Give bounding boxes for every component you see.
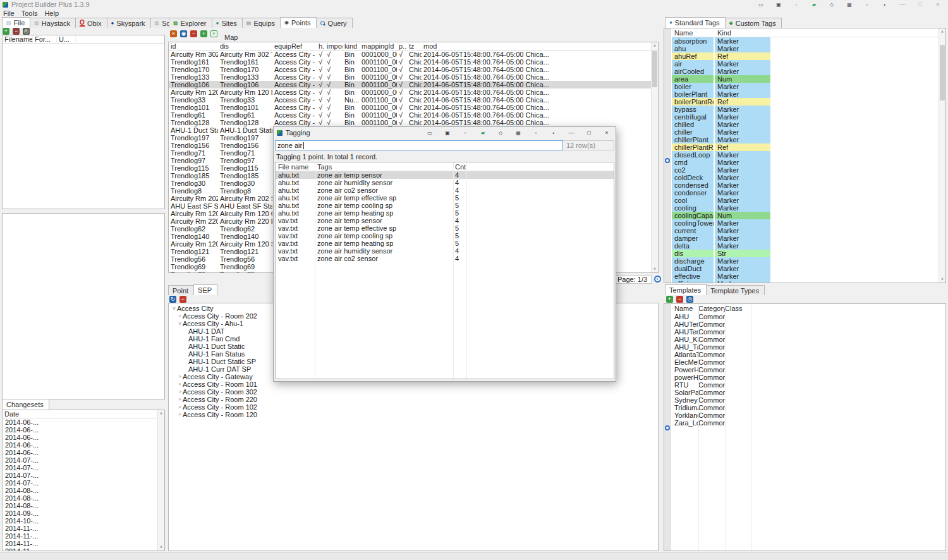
tag-row[interactable]: coldDeckMarker — [672, 174, 945, 181]
changeset-row[interactable]: 2014-06-... — [3, 434, 164, 441]
column-header[interactable]: tz — [407, 42, 422, 50]
window-mini-icon[interactable]: ▪ — [876, 1, 894, 9]
scroll-thumb[interactable] — [652, 51, 657, 87]
template-row[interactable]: YorklandT...Common — [672, 411, 945, 419]
tag-row[interactable]: chilledMarker — [672, 121, 945, 128]
image-capture-icon[interactable]: ▰ — [474, 129, 492, 137]
tab-templates[interactable]: Templates — [665, 284, 707, 295]
tab-explorer[interactable]: ▩Explorer — [169, 18, 212, 28]
chevron-down-icon[interactable]: v — [171, 305, 177, 312]
column-header[interactable]: impor... — [325, 42, 343, 50]
menu-help[interactable]: Help — [44, 9, 59, 17]
tab-sites[interactable]: ●Sites — [212, 18, 243, 28]
template-row[interactable]: AHU_Kin...Common — [672, 336, 945, 343]
table-row[interactable]: Trendlog170Trendlog170Access City - Gate… — [169, 66, 658, 73]
column-header[interactable]: h. — [317, 42, 325, 50]
settings-button[interactable]: ◎ — [23, 28, 30, 35]
dialog-title-bar[interactable]: Tagging ▭▣◦▰◇▦▫▪ — □ × — [274, 127, 616, 138]
scroll-up-icon[interactable]: ∧ — [652, 42, 658, 49]
scroll-thumb[interactable] — [940, 45, 945, 100]
table-row[interactable]: Trendlog133Trendlog133Access City - Gate… — [169, 73, 658, 81]
menu-tools[interactable]: Tools — [21, 9, 38, 17]
column-header[interactable]: Tags — [315, 162, 453, 171]
template-row[interactable]: SydneyTe...Common — [672, 396, 945, 404]
tag-result-row[interactable]: ahu.txtzone air temp cooling sp5 — [276, 202, 614, 209]
tag-row[interactable]: chillerPlantMarker — [672, 136, 945, 143]
tag-row[interactable]: condensedMarker — [672, 181, 945, 189]
duplicate-button[interactable]: + — [210, 30, 217, 37]
refresh-button[interactable]: ↻ — [169, 296, 176, 303]
tab-changesets[interactable]: Changesets — [2, 399, 49, 410]
remove-button[interactable]: − — [179, 296, 186, 303]
close-button[interactable]: × — [929, 1, 947, 9]
tag-row[interactable]: absorptionMarker — [672, 37, 945, 45]
scroll-up-icon[interactable]: ∧ — [158, 410, 164, 417]
changeset-row[interactable]: 2014-11-... — [3, 540, 164, 547]
tree-item[interactable]: >Access City - Room 120 — [169, 411, 658, 418]
remove-button[interactable]: − — [13, 28, 20, 35]
column-header[interactable]: Name — [672, 304, 698, 313]
grid-icon[interactable]: ▦ — [841, 1, 858, 9]
tag-result-row[interactable]: ahu.txtzone air temp effective sp5 — [276, 194, 614, 202]
window-tool-icon[interactable]: ▭ — [752, 1, 770, 9]
column-header[interactable]: Date — [3, 410, 154, 418]
column-header[interactable]: Kind — [715, 28, 770, 37]
changeset-row[interactable]: 2014-07-... — [3, 479, 164, 487]
tag-row[interactable]: chillerPlantRefRef — [672, 143, 945, 151]
table-row[interactable]: Trendlog33Trendlog33Access City - Gatewa… — [169, 96, 658, 104]
changeset-row[interactable]: 2014-11-... — [3, 547, 164, 551]
tag-row[interactable]: damperMarker — [672, 234, 945, 242]
tag-result-row[interactable]: vav.txtzone air temp heating sp5 — [276, 240, 614, 247]
changeset-row[interactable]: 2014-06-... — [3, 426, 164, 434]
minimize-button[interactable]: — — [894, 1, 911, 9]
tag-row[interactable]: ahuMarker — [672, 45, 945, 52]
tag-row[interactable]: disStr — [672, 250, 945, 257]
add-button[interactable]: + — [3, 28, 9, 35]
tag-row[interactable]: coolingMarker — [672, 204, 945, 212]
chevron-right-icon[interactable]: > — [177, 373, 183, 380]
template-row[interactable]: AHU_Tridi...Common — [672, 343, 945, 351]
column-header[interactable]: U... — [57, 35, 76, 44]
tag-row[interactable]: dischargeMarker — [672, 257, 945, 265]
tab-sep[interactable]: SEP — [193, 284, 217, 295]
column-header[interactable]: dis — [218, 42, 272, 50]
dialog-minimize-button[interactable]: — — [562, 129, 580, 137]
tag-row[interactable]: areaNum — [672, 75, 945, 83]
table-row[interactable]: Trendlog101Trendlog101Access City - Gate… — [169, 104, 658, 111]
tag-row[interactable]: boilerMarker — [672, 83, 945, 90]
tag-row[interactable]: coolingCapacityNum — [672, 212, 945, 219]
table-row[interactable]: Aircuity Rm 302 TVOC'sAircuity Rm 302 TV… — [169, 51, 658, 58]
window-small-icon[interactable]: ▫ — [858, 1, 876, 9]
column-header[interactable]: mod — [422, 42, 437, 50]
edit-window-icon[interactable]: ▣ — [439, 129, 456, 137]
scroll-up-icon[interactable]: ∧ — [939, 28, 945, 35]
window-tool-icon[interactable]: ▭ — [421, 129, 439, 137]
tree-item[interactable]: >Access City - Room 102 — [169, 403, 658, 411]
tag-result-row[interactable]: ahu.txtzone air temp heating sp5 — [276, 209, 614, 217]
template-row[interactable]: powerHu...Common — [672, 374, 945, 381]
transform-icon[interactable]: ◇ — [823, 1, 841, 9]
changeset-row[interactable]: 2014-10-... — [3, 517, 164, 525]
column-header[interactable]: Filename — [3, 35, 33, 44]
changeset-row[interactable]: 2014-07-... — [3, 472, 164, 479]
changeset-row[interactable]: 2014-09-... — [3, 509, 164, 517]
tab-obix[interactable]: OObix — [75, 18, 107, 28]
tag-row[interactable]: closedLoopMarker — [672, 151, 945, 159]
tag-row[interactable]: coolMarker — [672, 197, 945, 204]
changeset-row[interactable]: 2014-07-... — [3, 456, 164, 464]
column-header[interactable]: p... — [397, 42, 407, 50]
points-scrollbar[interactable]: ∧ ∨ — [651, 42, 658, 272]
tag-row[interactable]: co2Marker — [672, 166, 945, 174]
column-header[interactable]: File name — [276, 162, 315, 171]
tab-custom-tags[interactable]: ◆Custom Tags — [725, 18, 782, 28]
changeset-row[interactable]: 2014-06-... — [3, 418, 164, 426]
scroll-down-icon[interactable]: ∨ — [652, 265, 658, 272]
dialog-maximize-button[interactable]: □ — [580, 129, 598, 137]
tag-row[interactable]: effectiveMarker — [672, 272, 945, 280]
chevron-right-icon[interactable]: > — [177, 411, 183, 418]
image-capture-icon[interactable]: ▰ — [805, 1, 823, 9]
column-header[interactable]: mappingId — [360, 42, 397, 50]
changeset-row[interactable]: 2014-08-... — [3, 494, 164, 502]
template-row[interactable]: RTUCommon — [672, 381, 945, 389]
tab-skyspark[interactable]: ●Skyspark — [107, 18, 151, 28]
